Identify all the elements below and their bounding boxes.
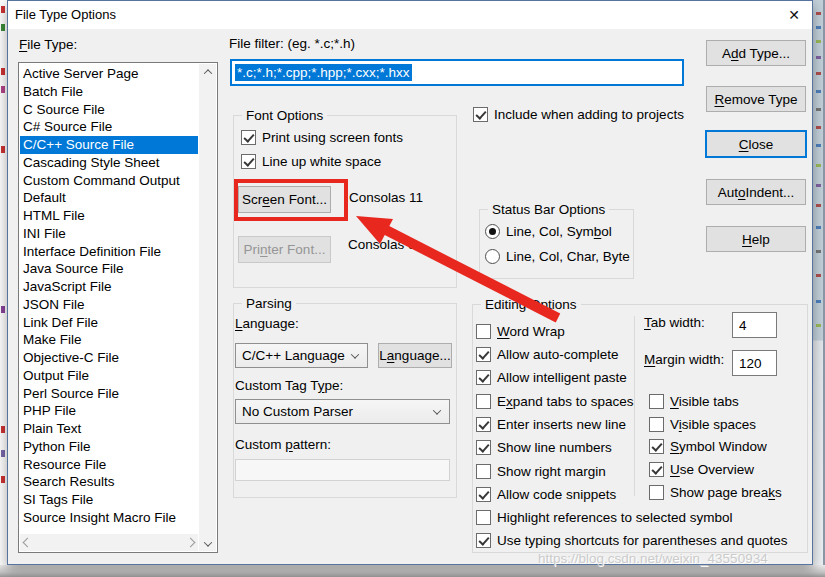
show-right-margin-checkbox[interactable]: Show right margin [476, 462, 606, 480]
auto-indent-button[interactable]: Auto Indent... [706, 179, 806, 205]
checkbox-icon[interactable] [476, 487, 491, 502]
expand-tabs-to-spaces-checkbox[interactable]: Expand tabs to spaces [476, 392, 634, 410]
file-type-list[interactable]: Active Server PageBatch FileC Source Fil… [18, 62, 218, 553]
checkbox-icon[interactable] [476, 533, 491, 548]
allow-auto-complete-checkbox[interactable]: Allow auto-complete [476, 345, 619, 363]
checkbox-label: Allow intelligent paste [497, 370, 627, 385]
file-type-list-item[interactable]: Objective-C File [20, 349, 198, 367]
file-type-list-item[interactable]: Default [20, 189, 198, 207]
list-horizontal-scrollbar[interactable] [20, 534, 198, 551]
custom-tag-type-select[interactable]: No Custom Parser [235, 399, 450, 424]
checkbox-icon[interactable] [476, 394, 491, 409]
checkbox-label: Word Wrap [497, 324, 565, 339]
close-icon[interactable]: ✕ [783, 4, 805, 26]
file-filter-input[interactable]: *.c;*.h;*.cpp;*.hpp;*.cxx;*.hxx [230, 59, 684, 86]
file-type-list-item[interactable]: Search Results [20, 473, 198, 491]
margin-width-input[interactable]: 120 [732, 350, 777, 376]
add-type-button[interactable]: Add Type... [706, 40, 806, 66]
background-code-fragments [1, 6, 5, 13]
file-type-list-item[interactable]: Source Insight Macro File [20, 509, 198, 527]
custom-tag-type-label: Custom Tag Type: [235, 378, 343, 393]
checkbox-label: Enter inserts new line [497, 417, 626, 432]
file-type-list-item[interactable]: Plain Text [20, 420, 198, 438]
checkbox-label: Visible spaces [670, 417, 756, 432]
scroll-left-icon[interactable] [23, 538, 33, 548]
file-type-list-item[interactable]: Perl Source File [20, 385, 198, 403]
show-page-breaks-checkbox[interactable]: Show page breaks [649, 483, 782, 501]
checkbox-icon[interactable] [476, 417, 491, 432]
remove-type-button[interactable]: Remove Type [706, 86, 806, 112]
show-line-numbers-checkbox[interactable]: Show line numbers [476, 438, 612, 456]
include-when-adding-checkbox[interactable]: Include when adding to projects [473, 105, 684, 123]
file-type-list-item[interactable]: SI Tags File [20, 491, 198, 509]
file-type-list-item[interactable]: Link Def File [20, 314, 198, 332]
chevron-down-icon [351, 350, 359, 358]
line-up-white-space-checkbox[interactable]: Line up white space [241, 152, 381, 170]
file-type-list-item[interactable]: PHP File [20, 402, 198, 420]
file-type-list-item[interactable]: Output File [20, 367, 198, 385]
visible-spaces-checkbox[interactable]: Visible spaces [649, 415, 756, 433]
highlight-references-checkbox[interactable]: Highlight references to selected symbol [476, 508, 733, 526]
file-type-list-item[interactable]: C/C++ Source File [20, 136, 198, 154]
use-typing-shortcuts-checkbox[interactable]: Use typing shortcuts for parentheses and… [476, 531, 787, 549]
scroll-up-icon[interactable] [200, 64, 215, 79]
list-vertical-scrollbar[interactable] [199, 64, 216, 551]
print-using-screen-fonts-checkbox[interactable]: Print using screen fonts [241, 128, 403, 146]
allow-intelligent-paste-checkbox[interactable]: Allow intelligent paste [476, 368, 627, 386]
scroll-down-icon[interactable] [200, 536, 215, 551]
checkbox-icon[interactable] [476, 370, 491, 385]
checkbox-label: Highlight references to selected symbol [497, 510, 733, 525]
checkbox-icon[interactable] [241, 130, 256, 145]
file-type-list-item[interactable]: Python File [20, 438, 198, 456]
checkbox-label: Line up white space [262, 154, 381, 169]
checkbox-icon[interactable] [473, 107, 488, 122]
file-type-list-item[interactable]: C Source File [20, 101, 198, 119]
file-type-list-item[interactable]: JavaScript File [20, 278, 198, 296]
line-col-char-byte-radio[interactable]: Line, Col, Char, Byte [485, 247, 630, 265]
file-type-list-item[interactable]: JSON File [20, 296, 198, 314]
checkbox-icon[interactable] [476, 440, 491, 455]
enter-inserts-new-line-checkbox[interactable]: Enter inserts new line [476, 415, 626, 433]
line-col-symbol-radio[interactable]: Line, Col, Symbol [485, 222, 612, 240]
use-overview-checkbox[interactable]: Use Overview [649, 460, 754, 478]
checkbox-icon[interactable] [476, 347, 491, 362]
dialog-title: File Type Options [15, 7, 116, 22]
radio-icon[interactable] [485, 249, 500, 264]
symbol-window-checkbox[interactable]: Symbol Window [649, 437, 767, 455]
checkbox-icon[interactable] [649, 417, 664, 432]
checkbox-icon[interactable] [476, 324, 491, 339]
file-type-list-item[interactable]: Interface Definition File [20, 243, 198, 261]
checkbox-icon[interactable] [241, 154, 256, 169]
file-type-list-item[interactable]: HTML File [20, 207, 198, 225]
language-button[interactable]: Language... [378, 343, 452, 368]
help-button[interactable]: Help [706, 226, 806, 252]
checkbox-icon[interactable] [649, 462, 664, 477]
allow-code-snippets-checkbox[interactable]: Allow code snippets [476, 485, 616, 503]
file-type-list-item[interactable]: Active Server Page [20, 65, 198, 83]
checkbox-icon[interactable] [649, 394, 664, 409]
file-type-list-item[interactable]: Cascading Style Sheet [20, 154, 198, 172]
file-type-list-item[interactable]: INI File [20, 225, 198, 243]
file-type-list-item[interactable]: Batch File [20, 83, 198, 101]
watermark-text: https://blog.csdn.net/weixin_43550934 [538, 551, 768, 566]
radio-label: Line, Col, Char, Byte [506, 249, 630, 264]
word-wrap-checkbox[interactable]: Word Wrap [476, 322, 565, 340]
file-type-list-item[interactable]: C# Source File [20, 118, 198, 136]
language-select[interactable]: C/C++ Language [235, 343, 368, 368]
visible-tabs-checkbox[interactable]: Visible tabs [649, 392, 739, 410]
custom-pattern-input[interactable] [235, 459, 450, 481]
checkbox-icon[interactable] [649, 485, 664, 500]
file-type-list-item[interactable]: Resource File [20, 456, 198, 474]
radio-icon[interactable] [485, 224, 500, 239]
scroll-right-icon[interactable] [186, 538, 196, 548]
file-type-list-item[interactable]: Custom Command Output [20, 172, 198, 190]
checkbox-icon[interactable] [476, 464, 491, 479]
checkbox-icon[interactable] [476, 510, 491, 525]
close-button[interactable]: Close [705, 130, 807, 158]
file-type-list-item[interactable]: Java Source File [20, 260, 198, 278]
file-type-list-item[interactable]: Make File [20, 331, 198, 349]
tab-width-input[interactable]: 4 [732, 312, 777, 338]
checkbox-label: Expand tabs to spaces [497, 394, 634, 409]
checkbox-label: Use typing shortcuts for parentheses and… [497, 533, 787, 548]
checkbox-icon[interactable] [649, 439, 664, 454]
